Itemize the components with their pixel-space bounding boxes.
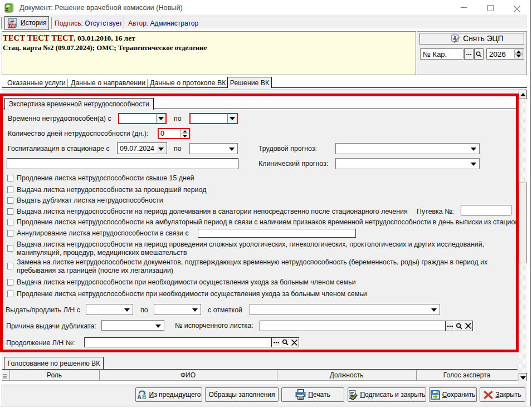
svg-text:В: В xyxy=(142,394,147,400)
svg-text:LOG: LOG xyxy=(8,24,16,28)
svg-text:А: А xyxy=(137,394,141,400)
